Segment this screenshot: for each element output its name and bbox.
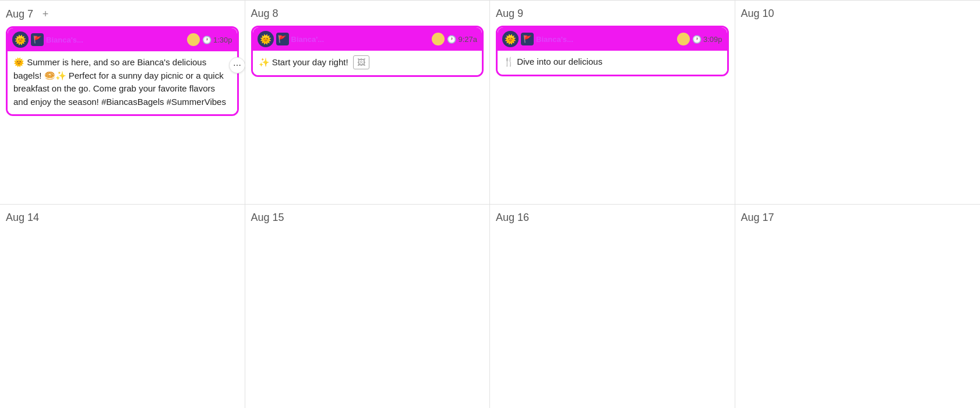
date-label-aug10: Aug 10 — [741, 8, 975, 20]
card-time-aug8: 🕐 9:27a — [447, 35, 477, 44]
col-upper-aug9: Aug 9 🌞 🚩 Bianca's... 🕐 3:09p — [490, 1, 735, 205]
date-label-aug17: Aug 17 — [741, 212, 975, 224]
clock-icon-aug9: 🕐 — [692, 35, 701, 44]
date-text-aug10: Aug 10 — [741, 8, 774, 20]
flag-emoji-aug7: 🚩 — [33, 36, 42, 44]
card-time-aug9: 🕐 3:09p — [692, 35, 722, 44]
avatar-aug9: 🌞 — [502, 31, 519, 47]
card-header-aug8: 🌞 🚩 Bianca'... 🕐 9:27a — [253, 27, 482, 51]
flag-emoji-aug9: 🚩 — [523, 35, 532, 43]
date-label-aug14: Aug 14 — [6, 212, 239, 224]
col-upper-aug7: Aug 7 + 🌞 🚩 Bianca's... 🕐 1:30p — [0, 1, 245, 205]
col-lower-aug16: Aug 16 — [490, 205, 735, 408]
three-dot-menu-aug7[interactable]: ⋯ — [229, 57, 245, 73]
card-body-text-aug8: ✨ Start your day right! — [259, 56, 348, 69]
col-lower-aug14: Aug 14 — [0, 205, 245, 408]
avatar-aug8: 🌞 — [258, 31, 274, 47]
card-body-aug9: 🍴 Dive into our delicious — [498, 51, 727, 75]
card-time-aug7: 🕐 1:30p — [202, 36, 232, 44]
date-label-aug7: Aug 7 + — [6, 8, 239, 20]
flag-aug7: 🚩 — [31, 33, 44, 46]
card-body-aug8: ✨ Start your day right! 🖼 — [253, 51, 482, 75]
date-label-aug8: Aug 8 — [251, 8, 484, 20]
avatar-emoji-aug8: 🌞 — [260, 34, 272, 45]
flag-aug9: 🚩 — [521, 33, 534, 45]
clock-icon-aug7: 🕐 — [202, 36, 211, 44]
date-label-aug16: Aug 16 — [496, 212, 729, 224]
clock-icon-aug8: 🕐 — [447, 35, 456, 44]
card-body-text-aug9: 🍴 Dive into our delicious — [503, 57, 602, 66]
date-label-aug9: Aug 9 — [496, 8, 729, 20]
avatar-emoji-aug7: 🌞 — [15, 34, 26, 45]
date-text-aug8: Aug 8 — [251, 8, 279, 20]
card-header-aug7: 🌞 🚩 Bianca's... 🕐 1:30p — [8, 28, 237, 51]
calendar-col-aug8: Aug 8 🌞 🚩 Bianca'... 🕐 9:27a — [245, 1, 491, 408]
status-dot-aug8 — [432, 33, 445, 45]
card-body-aug7: 🌞 Summer is here, and so are Bianca's de… — [8, 51, 237, 114]
status-dot-aug9 — [677, 33, 690, 45]
col-upper-aug8: Aug 8 🌞 🚩 Bianca'... 🕐 9:27a — [245, 1, 490, 205]
calendar-col-aug9: Aug 9 🌞 🚩 Bianca's... 🕐 3:09p — [490, 1, 735, 408]
card-name-aug9: Bianca's... — [536, 35, 675, 44]
col-lower-aug15: Aug 15 — [245, 205, 490, 408]
card-body-text-aug7: 🌞 Summer is here, and so are Bianca's de… — [13, 57, 226, 107]
image-placeholder-aug8: 🖼 — [353, 55, 369, 69]
post-card-aug7[interactable]: 🌞 🚩 Bianca's... 🕐 1:30p 🌞 Summer is here… — [6, 26, 239, 116]
card-name-aug7: Bianca's... — [46, 36, 185, 44]
col-upper-aug10: Aug 10 — [735, 1, 981, 205]
avatar-aug7: 🌞 — [12, 31, 29, 48]
status-dot-aug7 — [187, 33, 200, 46]
add-event-button-aug7[interactable]: + — [39, 8, 52, 20]
date-text-aug7: Aug 7 — [6, 8, 33, 20]
date-text-aug9: Aug 9 — [496, 8, 523, 20]
post-card-aug8[interactable]: 🌞 🚩 Bianca'... 🕐 9:27a ✨ Start your day … — [251, 26, 484, 77]
calendar-col-aug10: Aug 10 Aug 17 — [735, 1, 981, 408]
col-lower-aug17: Aug 17 — [735, 205, 981, 408]
post-card-aug9[interactable]: 🌞 🚩 Bianca's... 🕐 3:09p 🍴 Dive into our … — [496, 26, 729, 76]
card-name-aug8: Bianca'... — [291, 35, 430, 44]
date-label-aug15: Aug 15 — [251, 212, 484, 224]
card-header-aug9: 🌞 🚩 Bianca's... 🕐 3:09p — [498, 27, 727, 51]
flag-emoji-aug8: 🚩 — [278, 35, 287, 43]
flag-aug8: 🚩 — [276, 33, 289, 45]
avatar-emoji-aug9: 🌞 — [505, 34, 516, 45]
calendar-col-aug7: Aug 7 + 🌞 🚩 Bianca's... 🕐 1:30p — [0, 1, 245, 408]
calendar-grid: Aug 7 + 🌞 🚩 Bianca's... 🕐 1:30p — [0, 0, 980, 408]
